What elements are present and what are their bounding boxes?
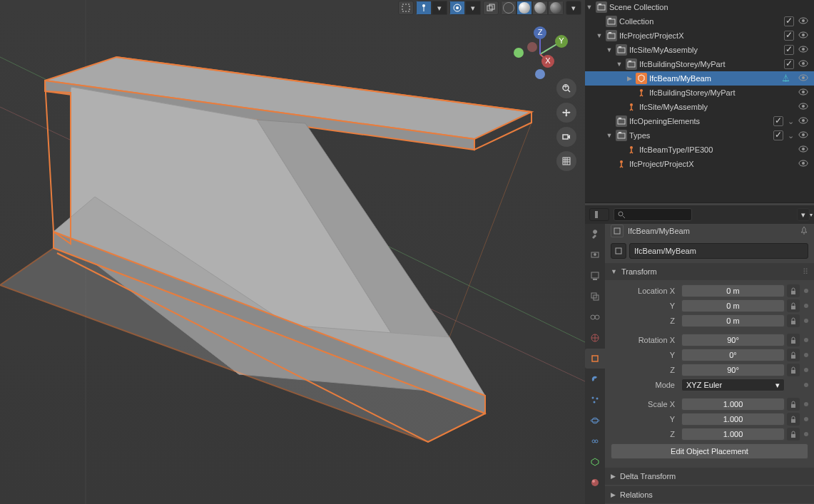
- options-dropdown-icon[interactable]: ▾: [797, 208, 810, 221]
- anim-dot-icon[interactable]: [804, 402, 808, 406]
- lock-icon[interactable]: [787, 364, 800, 376]
- tab-physics[interactable]: [585, 411, 605, 431]
- outliner-row[interactable]: ▼Scene Collection: [585, 0, 814, 14]
- shading-solid-icon[interactable]: [517, 1, 532, 15]
- tab-viewlayer[interactable]: [585, 287, 605, 307]
- visibility-eye-icon[interactable]: [798, 88, 808, 98]
- panel-transform-header[interactable]: ▼ Transform ⠿: [605, 263, 814, 280]
- number-field[interactable]: 0°: [681, 349, 785, 361]
- exclude-checkbox[interactable]: [784, 16, 794, 26]
- outliner-row[interactable]: ▼Types⌄: [585, 128, 814, 143]
- shading-rendered-icon[interactable]: [548, 1, 564, 15]
- visibility-eye-icon[interactable]: [798, 31, 808, 41]
- exclude-checkbox[interactable]: [784, 45, 794, 55]
- anim-dot-icon[interactable]: [804, 289, 808, 293]
- tab-world[interactable]: [585, 328, 605, 348]
- object-name-input[interactable]: [629, 243, 808, 259]
- outliner-row[interactable]: IfcProject/ProjectX: [585, 157, 814, 171]
- outliner-row[interactable]: Collection: [585, 14, 814, 29]
- tab-object[interactable]: [585, 349, 605, 369]
- zoom-button[interactable]: +: [556, 78, 576, 98]
- shading-matprev-icon[interactable]: [532, 1, 548, 15]
- exclude-checkbox[interactable]: [784, 59, 794, 69]
- visibility-eye-icon[interactable]: [798, 16, 808, 26]
- lock-icon[interactable]: [787, 398, 800, 411]
- outliner-panel[interactable]: ▼Scene CollectionCollection▼IfcProject/P…: [585, 0, 814, 203]
- outliner-row[interactable]: ▼IfcBuildingStorey/MyPart: [585, 57, 814, 71]
- anim-dot-icon[interactable]: [804, 304, 808, 308]
- number-field[interactable]: 90°: [681, 334, 785, 346]
- visibility-eye-icon[interactable]: [798, 145, 808, 155]
- outliner-row[interactable]: ▶IfcBeam/MyBeam⏃: [585, 71, 814, 86]
- disclosure-toggle[interactable]: ▼: [585, 4, 594, 11]
- ifc-beam-mesh[interactable]: [0, 57, 531, 442]
- number-field[interactable]: 1.000: [681, 413, 785, 426]
- number-field[interactable]: 90°: [681, 364, 785, 376]
- number-field[interactable]: 0 m: [681, 299, 785, 312]
- xray-toggle-icon[interactable]: [483, 1, 499, 15]
- tab-tool[interactable]: [585, 225, 605, 245]
- gizmo-dropdown-icon[interactable]: ▾: [432, 1, 447, 15]
- disclosure-toggle[interactable]: ▼: [615, 61, 624, 68]
- lock-icon[interactable]: [787, 334, 800, 346]
- disclosure-toggle[interactable]: ▶: [625, 75, 634, 82]
- anim-dot-icon[interactable]: [804, 417, 808, 421]
- anim-dot-icon[interactable]: [804, 368, 808, 372]
- pin-icon[interactable]: [800, 226, 808, 236]
- visibility-eye-icon[interactable]: [798, 45, 808, 55]
- disclosure-toggle[interactable]: ▼: [595, 32, 604, 39]
- anim-dot-icon[interactable]: [804, 319, 808, 323]
- visibility-eye-icon[interactable]: [798, 59, 808, 69]
- tab-render[interactable]: [585, 245, 605, 265]
- tab-modifiers[interactable]: [585, 369, 605, 389]
- visibility-eye-icon[interactable]: [798, 130, 808, 140]
- outliner-row[interactable]: ▼IfcSite/MyAssembly: [585, 43, 814, 57]
- anim-dot-icon[interactable]: [804, 338, 808, 342]
- tab-particles[interactable]: [585, 390, 605, 410]
- visibility-eye-icon[interactable]: [798, 116, 808, 126]
- drag-handle-icon[interactable]: ⠿: [803, 267, 808, 277]
- outliner-row[interactable]: IfcSite/MyAssembly: [585, 100, 814, 114]
- lock-icon[interactable]: [787, 314, 800, 327]
- navigation-gizmo[interactable]: Z Y X: [508, 19, 572, 83]
- screen-icon[interactable]: ⌄: [788, 131, 794, 140]
- outliner-row[interactable]: IfcBuildingStorey/MyPart: [585, 86, 814, 100]
- visibility-eye-icon[interactable]: [798, 73, 808, 83]
- lock-icon[interactable]: [787, 349, 800, 361]
- lock-icon[interactable]: [787, 413, 800, 426]
- disclosure-toggle[interactable]: ▼: [605, 46, 614, 53]
- lock-icon[interactable]: [787, 428, 800, 441]
- anim-dot-icon[interactable]: [804, 432, 808, 436]
- tab-constraints[interactable]: [585, 431, 605, 451]
- pan-button[interactable]: [556, 103, 576, 123]
- gizmo-toggle-icon[interactable]: [416, 1, 432, 15]
- shading-wireframe-icon[interactable]: [501, 1, 517, 15]
- exclude-checkbox[interactable]: [773, 130, 783, 140]
- number-field[interactable]: 0 m: [681, 314, 785, 327]
- outliner-row[interactable]: IfcBeamType/IPE300: [585, 143, 814, 157]
- visibility-eye-icon[interactable]: [798, 159, 808, 169]
- exclude-checkbox[interactable]: [784, 31, 794, 41]
- anim-dot-icon[interactable]: [804, 383, 808, 387]
- panel-relations-header[interactable]: ▶ Relations: [605, 486, 814, 503]
- tab-output[interactable]: [585, 266, 605, 286]
- disclosure-toggle[interactable]: ▼: [605, 132, 614, 139]
- select-visible-icon[interactable]: [398, 1, 414, 15]
- number-field[interactable]: 1.000: [681, 428, 785, 441]
- perspective-button[interactable]: [556, 151, 576, 171]
- shading-dropdown-icon[interactable]: ▾: [566, 1, 581, 15]
- rotation-mode-dropdown[interactable]: XYZ Euler▾: [681, 379, 785, 391]
- edit-object-placement-button[interactable]: Edit Object Placement: [611, 443, 808, 459]
- properties-editor-type-dropdown[interactable]: ▾: [589, 208, 609, 221]
- lock-icon[interactable]: [787, 284, 800, 297]
- screen-icon[interactable]: ⌄: [788, 117, 794, 126]
- exclude-checkbox[interactable]: [773, 116, 783, 126]
- tab-data[interactable]: [585, 452, 605, 472]
- outliner-row[interactable]: IfcOpeningElements⌄: [585, 114, 814, 128]
- number-field[interactable]: 1.000: [681, 398, 785, 411]
- anim-dot-icon[interactable]: [804, 353, 808, 357]
- visibility-eye-icon[interactable]: [798, 102, 808, 112]
- overlay-dropdown-icon[interactable]: ▾: [465, 1, 481, 15]
- tab-scene[interactable]: [585, 307, 605, 327]
- outliner-row[interactable]: ▼IfcProject/ProjectX: [585, 29, 814, 43]
